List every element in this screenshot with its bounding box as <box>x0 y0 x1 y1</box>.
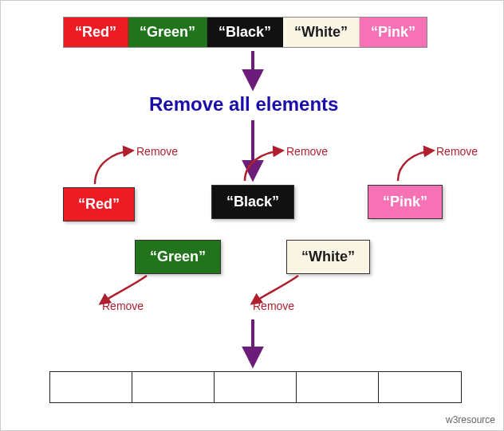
array-cell-red: “Red” <box>64 18 128 47</box>
block-black: “Black” <box>211 185 294 219</box>
empty-cell <box>297 372 379 402</box>
block-red: “Red” <box>63 187 135 221</box>
attribution: w3resource <box>446 414 495 425</box>
remove-label-pink: Remove <box>436 145 478 158</box>
remove-label-white: Remove <box>253 300 294 312</box>
array-cell-green: “Green” <box>128 18 207 47</box>
block-pink: “Pink” <box>368 185 443 219</box>
diagram-title: Remove all elements <box>149 93 338 116</box>
initial-array: “Red” “Green” “Black” “White” “Pink” <box>63 17 427 48</box>
array-cell-black: “Black” <box>207 18 283 47</box>
empty-cell <box>50 372 132 402</box>
empty-cell <box>215 372 297 402</box>
array-cell-pink: “Pink” <box>360 18 427 47</box>
empty-cell <box>132 372 215 402</box>
block-green: “Green” <box>135 240 221 274</box>
array-cell-white: “White” <box>283 18 360 47</box>
block-white: “White” <box>286 240 370 274</box>
remove-label-red: Remove <box>136 145 178 158</box>
result-array <box>49 371 462 403</box>
remove-label-green: Remove <box>102 300 144 312</box>
remove-label-black: Remove <box>286 145 328 158</box>
empty-cell <box>379 372 461 402</box>
